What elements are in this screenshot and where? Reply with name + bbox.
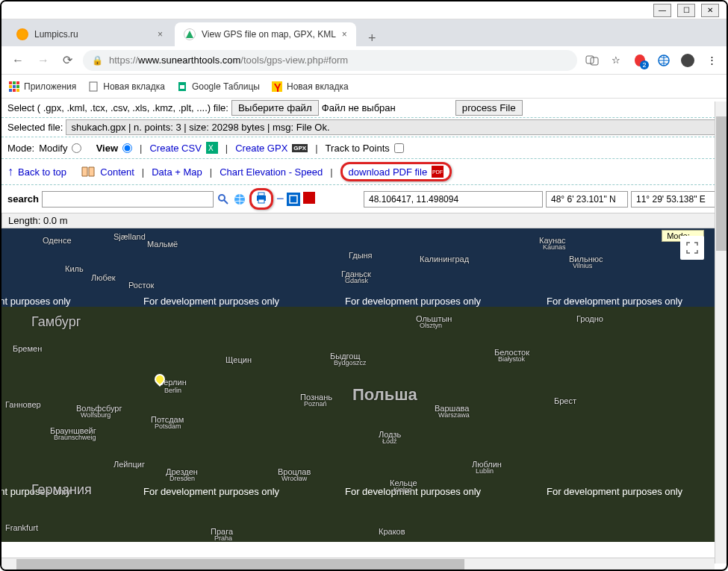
city-label: Киль [65, 264, 84, 273]
watermark: For development purposes only [143, 296, 279, 307]
city-label: Frankfurt [5, 523, 38, 532]
data-map-link[interactable]: Data + Map [152, 166, 202, 178]
bookmark-item[interactable]: Новая вкладка [88, 81, 165, 92]
city-label: Гдыня [349, 251, 373, 260]
forward-button[interactable]: → [34, 51, 52, 70]
city-label: Kaunas [543, 243, 566, 251]
minus-icon[interactable]: − [276, 191, 284, 207]
maximize-button[interactable]: ☐ [677, 4, 695, 17]
city-label: Berlin [164, 387, 181, 394]
city-label: Wolfsburg [81, 411, 111, 419]
modify-radio[interactable] [72, 143, 81, 153]
scroll-thumb[interactable] [16, 559, 464, 570]
choose-file-button[interactable]: Выберите файл [231, 100, 319, 116]
city-label: Росток [128, 281, 154, 290]
pdf-icon: PDF [432, 166, 444, 178]
scroll-thumb[interactable] [716, 116, 727, 251]
process-file-button[interactable]: process File [455, 100, 523, 116]
bookmark-label: Новая вкладка [103, 81, 165, 92]
back-button[interactable]: ← [9, 51, 27, 70]
horizontal-scrollbar[interactable] [1, 558, 715, 570]
apps-button[interactable]: Приложения [9, 81, 76, 92]
svg-point-22 [219, 195, 225, 201]
avatar-icon[interactable] [680, 53, 695, 68]
crop-icon[interactable] [287, 193, 300, 206]
globe-tool-icon[interactable] [233, 193, 246, 206]
svg-rect-6 [13, 81, 16, 84]
city-label: Ганновер [5, 400, 41, 409]
city-label: Praha [214, 534, 232, 542]
city-label: Брест [554, 396, 576, 405]
tab-gps-view[interactable]: View GPS file on map, GPX, KML × [175, 22, 356, 46]
city-label: Краков [379, 527, 405, 536]
watermark: For development purposes only [345, 296, 481, 307]
page-content: Select ( .gpx, .kml, .tcx, .csv, .xls, .… [1, 99, 727, 542]
url-input[interactable]: 🔒 https://www.sunearthtools.com/tools/gp… [83, 50, 577, 71]
city-label: Łódź [382, 437, 397, 445]
city-label: Bydgoszcz [334, 359, 367, 366]
modify-label: Modify [39, 143, 67, 154]
map-canvas[interactable]: Mode: ... ent purposes only For developm… [1, 228, 727, 542]
svg-line-23 [224, 200, 228, 204]
city-label: Любек [91, 273, 116, 282]
globe-icon[interactable] [656, 53, 671, 68]
svg-rect-10 [16, 85, 19, 88]
city-label: Sjælland [113, 232, 146, 241]
track-to-points-label: Track to Points [326, 143, 390, 154]
svg-point-4 [681, 54, 694, 67]
arrow-up-icon: ↑ [7, 165, 13, 178]
back-to-top-link[interactable]: Back to top [18, 166, 66, 178]
opera-ext-icon[interactable]: 2 [632, 53, 647, 68]
menu-icon[interactable]: ⋮ [704, 53, 719, 68]
country-label: Польша [352, 385, 417, 405]
chart-elevation-link[interactable]: Chart Elevation - Speed [220, 166, 323, 178]
svg-rect-7 [16, 81, 19, 84]
city-label: Бремен [13, 344, 42, 353]
search-icon[interactable] [217, 193, 230, 206]
city-label: Калининград [420, 255, 469, 263]
fullscreen-button[interactable] [680, 236, 704, 260]
tab-lumpics[interactable]: Lumpics.ru × [7, 22, 172, 46]
search-label: search [7, 193, 39, 205]
track-to-points-checkbox[interactable] [394, 143, 404, 153]
svg-rect-11 [9, 89, 12, 92]
search-input[interactable] [42, 191, 214, 208]
close-tab-icon[interactable]: × [158, 29, 163, 40]
print-icon[interactable] [255, 191, 268, 207]
bookmark-label: Google Таблицы [192, 81, 260, 92]
translate-icon[interactable] [585, 53, 600, 68]
country-label: Германия [31, 482, 92, 498]
create-csv-link[interactable]: Create CSV [149, 143, 201, 154]
yandex-icon [272, 81, 282, 92]
svg-text:X: X [208, 144, 214, 152]
tab-title: Lumpics.ru [34, 29, 78, 40]
city-label: Wrocław [281, 475, 307, 482]
city-label: Мальмё [147, 240, 178, 249]
favicon-sunearth [184, 28, 196, 40]
vertical-scrollbar[interactable] [715, 102, 727, 564]
mode-row: Mode: Modify View | Create CSV X | Creat… [1, 137, 727, 159]
print-highlight [249, 188, 273, 210]
star-icon[interactable]: ☆ [609, 53, 623, 68]
create-gpx-link[interactable]: Create GPX [235, 143, 287, 154]
search-row: search − 48.106417, 11.498094 48° 6' 23.… [1, 184, 727, 213]
page-icon [88, 81, 99, 92]
pdf-small-icon[interactable] [303, 192, 315, 206]
city-label: Гамбург [31, 314, 81, 330]
download-pdf-link[interactable]: download PDF file [349, 166, 428, 178]
close-window-button[interactable]: ✕ [701, 4, 719, 17]
reload-button[interactable]: ⟳ [60, 50, 75, 70]
bookmark-item[interactable]: Google Таблицы [177, 81, 260, 92]
minimize-button[interactable]: — [653, 4, 671, 17]
apps-label: Приложения [24, 81, 76, 92]
bookmark-item[interactable]: Новая вкладка [272, 81, 349, 92]
city-label: Potsdam [155, 422, 181, 430]
view-radio[interactable] [122, 143, 132, 153]
close-tab-icon[interactable]: × [342, 29, 347, 40]
content-link[interactable]: Content [100, 166, 134, 178]
svg-rect-28 [290, 196, 297, 203]
svg-rect-16 [180, 85, 184, 89]
new-tab-button[interactable]: + [359, 31, 385, 46]
city-label: Kielce [393, 486, 412, 493]
lock-icon: 🔒 [92, 55, 103, 66]
